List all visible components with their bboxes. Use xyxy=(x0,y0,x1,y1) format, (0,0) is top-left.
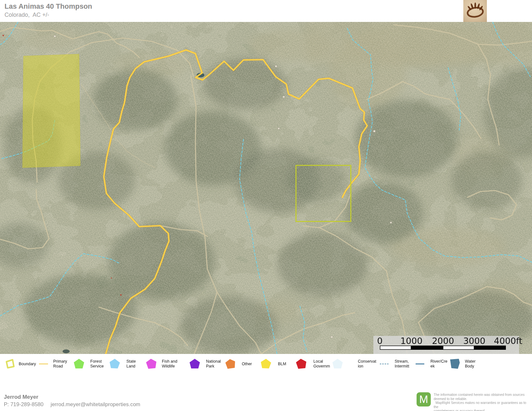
mapright-logo-icon: M xyxy=(417,392,431,406)
blm-swatch-icon xyxy=(260,358,272,370)
legend-item-national-park: National Park xyxy=(189,357,221,371)
conservation-swatch-icon xyxy=(332,358,344,370)
legend-item-other: Other xyxy=(225,357,252,371)
legend-label: River/Cre ek xyxy=(430,359,448,369)
legend-item-forest-service: Forest Service xyxy=(74,357,104,371)
legend-label: Primary Road xyxy=(53,359,67,369)
forest-service-swatch-icon xyxy=(74,358,85,370)
agent-name: Jerrod Meyer xyxy=(4,394,38,400)
legend-item-blm: BLM xyxy=(260,357,286,371)
legend-item-conservation: Conservat ion xyxy=(332,357,376,371)
legend-item-water-body: Water Body xyxy=(449,357,476,371)
legend-item-boundary: Boundary xyxy=(4,357,36,371)
local-government-swatch-icon xyxy=(296,358,307,370)
footer: Jerrod Meyer P: 719-289-8580 jerrod.meye… xyxy=(0,374,532,411)
scale-label-2000: 2000 xyxy=(432,336,454,346)
legend-label: Conservat ion xyxy=(358,359,376,369)
map-export-page: Las Animas 40 Thompson Colorado, AC +/- xyxy=(0,0,532,411)
agent-email: jerrod.meyer@whitetailproperties.com xyxy=(51,401,140,407)
agent-phone: P: 719-289-8580 xyxy=(4,401,44,407)
legend-label: Fish and Wildlife xyxy=(162,359,177,369)
fish-and-wildlife-swatch-icon xyxy=(146,358,157,370)
boundary-outline-icon xyxy=(4,358,15,370)
blm-parcel-overlay xyxy=(23,54,80,168)
other-swatch-icon xyxy=(225,358,236,370)
scale-label-1000: 1000 xyxy=(400,336,423,346)
legend-item-stream-intermittent: Stream, Intermitt xyxy=(379,357,409,371)
legend-label: BLM xyxy=(278,362,286,367)
page-title: Las Animas 40 Thompson xyxy=(5,2,92,11)
primary-road-line-icon xyxy=(39,358,48,370)
aerial-map: 0 1000 2000 3000 4000ft xyxy=(0,22,532,354)
national-park-swatch-icon xyxy=(189,358,201,370)
stream-dashed-line-icon xyxy=(379,358,389,370)
scale-label-3000: 3000 xyxy=(463,336,486,346)
legend-item-local-government: Local Governm xyxy=(296,357,330,371)
legend-label: National Park xyxy=(206,359,221,369)
legend-label: Boundary xyxy=(19,362,36,367)
legend-label: Water Body xyxy=(465,359,476,369)
legend-item-state-land: State Land xyxy=(109,357,136,371)
legend-label: Other xyxy=(242,362,252,367)
river-line-icon xyxy=(415,358,425,370)
legend-item-river-creek: River/Cre ek xyxy=(415,357,448,371)
scale-bar: 0 1000 2000 3000 4000ft xyxy=(373,336,522,354)
state-land-swatch-icon xyxy=(109,358,121,370)
disclaimer: The information contained herein was obt… xyxy=(434,393,530,411)
scale-label-0: 0 xyxy=(377,336,382,346)
legend-label: State Land xyxy=(126,359,136,369)
legend-label: Forest Service xyxy=(90,359,104,369)
water-body-swatch-icon xyxy=(449,358,460,370)
legend-item-fish-and-wildlife: Fish and Wildlife xyxy=(146,357,177,371)
legend-label: Local Governm xyxy=(313,359,330,369)
legend: Boundary Primary Road Forest Service xyxy=(0,354,532,374)
whitetail-properties-logo xyxy=(463,0,487,22)
legend-item-primary-road: Primary Road xyxy=(39,357,67,371)
map-canvas: 0 1000 2000 3000 4000ft xyxy=(0,22,532,354)
header: Las Animas 40 Thompson Colorado, AC +/- xyxy=(0,0,532,22)
page-subtitle: Colorado, AC +/- xyxy=(5,12,49,18)
legend-label: Stream, Intermitt xyxy=(395,359,409,369)
scale-label-4000ft: 4000ft xyxy=(494,336,522,346)
